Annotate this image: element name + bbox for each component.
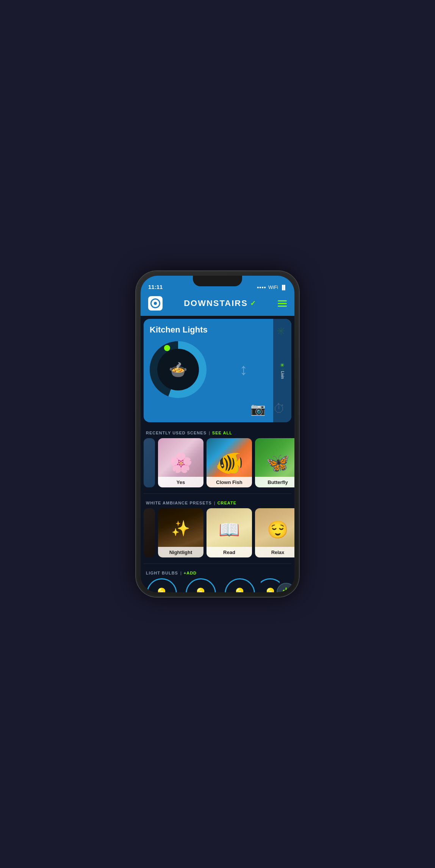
scenes-left-peek — [144, 438, 155, 487]
see-all-button[interactable]: SEE ALL — [212, 431, 232, 435]
signal-icon: ●●●● — [257, 285, 266, 289]
app-header: DOWNSTAIRS ✓ — [141, 292, 294, 316]
kitchen-lights-card[interactable]: Kitchen Lights ✳ 🍲 ↕ — [144, 319, 291, 422]
preset-relax-label-bar: Relax — [255, 547, 294, 557]
scenes-row: Yes 🐠 Clown Fish Butterfly — [141, 438, 294, 492]
preset-card-relax[interactable]: Relax — [255, 508, 294, 557]
brightness-dial[interactable]: 🍲 — [150, 341, 207, 398]
bulb-circle-ct002: 💡 ON — [186, 578, 216, 592]
status-icons: ●●●● WiFi ▐▌ — [257, 284, 287, 290]
dial-inner: 🍲 — [157, 349, 199, 390]
create-button[interactable]: CREATE — [218, 501, 236, 505]
bulb-icon-ct001: 💡 — [155, 587, 168, 593]
pipe1: | — [209, 431, 210, 435]
room-title[interactable]: DOWNSTAIRS ✓ — [184, 298, 257, 308]
scene-yes-label: Yes — [177, 479, 185, 485]
presets-left-peek — [144, 508, 155, 557]
scene-yes-label-bar: Yes — [158, 477, 203, 487]
hue-logo-ring — [150, 298, 160, 308]
divider2 — [144, 564, 291, 564]
preset-card-read[interactable]: Read — [207, 508, 252, 557]
preset-read-label-bar: Read — [207, 547, 252, 557]
kitchen-header: Kitchen Lights ✳ — [150, 325, 285, 337]
recently-used-label: RECENTLY USED SCENES — [146, 431, 207, 435]
preset-nightlight-label: Nightlight — [169, 550, 192, 555]
notch — [193, 276, 242, 286]
camera-icon[interactable]: 📷 — [250, 402, 266, 416]
bulbs-row: 💡 ON Counter Top001 💡 ON Counter Top002 — [141, 578, 294, 592]
hue-logo[interactable] — [148, 296, 163, 311]
recently-used-header: RECENTLY USED SCENES | SEE ALL — [141, 425, 294, 438]
scene-card-clownfish[interactable]: 🐠 Clown Fish — [207, 438, 252, 487]
bulb-icon-ct004: 💡 — [264, 587, 277, 593]
presets-row: Nightlight Read Relax — [141, 508, 294, 562]
bulb-circle-ct001: 💡 ON — [147, 578, 177, 592]
preset-relax-label: Relax — [271, 550, 285, 555]
battery-icon: ▐▌ — [280, 285, 287, 290]
clownfish-icon: 🐠 — [215, 450, 244, 476]
living-room-label: Livin — [280, 371, 285, 379]
bulb-circle-ct003: 💡 ON — [225, 578, 255, 592]
add-bulb-button[interactable]: +ADD — [184, 571, 197, 575]
pipe2: | — [214, 501, 215, 505]
power-icon: ⏻ — [282, 587, 290, 592]
bulb-icon-ct003: 💡 — [233, 587, 246, 593]
phone-screen: 11:11 ●●●● WiFi ▐▌ DOWNSTAIRS ✓ — [141, 276, 294, 592]
scene-clownfish-label: Clown Fish — [216, 479, 242, 485]
white-ambiance-label: WHITE AMBIANCE PRESETS — [146, 501, 212, 505]
bulb-card-ct001[interactable]: 💡 ON Counter Top001 — [144, 578, 180, 592]
dial-indicator — [164, 345, 170, 351]
scroll-area[interactable]: Kitchen Lights ✳ 🍲 ↕ — [141, 316, 294, 592]
bulb-card-ct003[interactable]: 💡 ON Counter Top003 — [222, 578, 258, 592]
chevron-down-icon[interactable]: ✓ — [250, 299, 257, 308]
scene-card-yes[interactable]: Yes — [158, 438, 203, 487]
wifi-icon: WiFi — [268, 284, 278, 290]
scene-card-butterfly[interactable]: Butterfly — [255, 438, 294, 487]
kitchen-title: Kitchen Lights — [150, 325, 208, 335]
white-ambiance-header: WHITE AMBIANCE PRESETS | CREATE — [141, 495, 294, 508]
phone-frame: 11:11 ●●●● WiFi ▐▌ DOWNSTAIRS ✓ — [136, 271, 299, 597]
living-room-peek[interactable]: ✳ Livin — [273, 319, 291, 422]
dial-ring: 🍲 — [150, 341, 207, 398]
pipe3: | — [180, 571, 182, 575]
kitchen-scene-icon: 🍲 — [169, 361, 188, 379]
scene-clownfish-label-bar: Clown Fish — [207, 477, 252, 487]
light-bulbs-label: LIGHT BULBS — [146, 571, 178, 575]
scene-butterfly-label: Butterfly — [268, 479, 288, 485]
preset-nightlight-label-bar: Nightlight — [158, 547, 203, 557]
divider1 — [144, 493, 291, 494]
sun-icon-peek: ✳ — [280, 362, 285, 368]
status-time: 11:11 — [148, 284, 163, 290]
kitchen-actions: 📷 ⏱ — [150, 402, 285, 416]
preset-card-nightlight[interactable]: Nightlight — [158, 508, 203, 557]
bulb-icon-ct002: 💡 — [194, 587, 207, 593]
light-bulbs-header: LIGHT BULBS | +ADD — [141, 565, 294, 578]
preset-read-label: Read — [223, 550, 235, 555]
arrows-icon[interactable]: ↕ — [239, 362, 247, 378]
menu-button[interactable] — [278, 300, 287, 307]
bulb-card-ct002[interactable]: 💡 ON Counter Top002 — [183, 578, 219, 592]
room-name: DOWNSTAIRS — [184, 298, 248, 308]
scene-butterfly-label-bar: Butterfly — [255, 477, 294, 487]
